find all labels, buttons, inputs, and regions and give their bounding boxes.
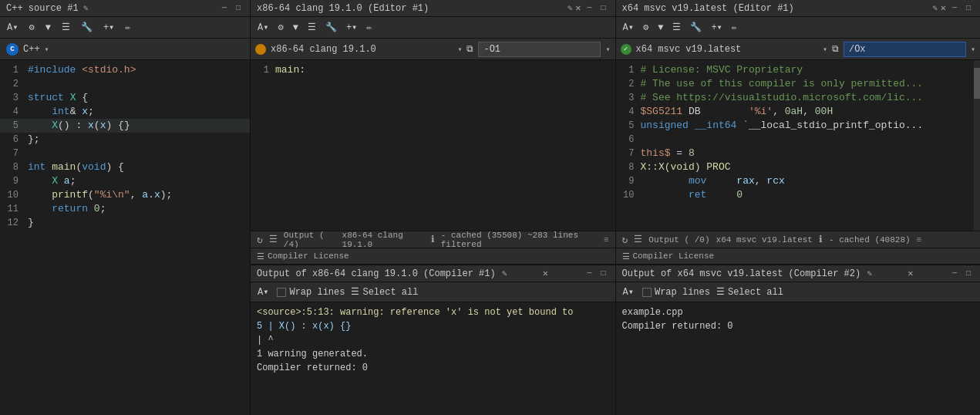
editor1-edit-btn2[interactable]: ✏ (364, 20, 374, 35)
editor2-new-window-icon[interactable]: ⧉ (832, 44, 839, 55)
editor2-scroll-thumb[interactable] (974, 68, 980, 99)
editor1-license-icon: ☰ (257, 251, 264, 261)
editor2-license-bar: ☰ Compiler License (616, 248, 981, 265)
editor1-close-icon[interactable]: ✕ (575, 2, 581, 14)
editor1-refresh-btn[interactable]: ↻ (257, 234, 263, 246)
asm2-line-3: 3 # See https://visualstudio.microsoft.c… (616, 91, 981, 105)
editor2-scrollbar[interactable] (974, 60, 980, 231)
output1-close-btn[interactable]: ✕ (543, 268, 548, 279)
editor1-compiler-selector[interactable]: x86-64 clang 19.1.0 ▾ ⧉ ▾ (251, 39, 615, 60)
editor1-info-icon: ℹ (431, 234, 435, 245)
lang-dropdown-icon[interactable]: ▾ (45, 45, 49, 54)
editor2-filter-btn[interactable]: ▼ (655, 21, 665, 35)
output1-minimize[interactable]: ─ (584, 268, 594, 279)
gear-btn[interactable]: ⚙ (26, 20, 36, 35)
editor2-cached-info: - cached (40828) (829, 235, 911, 245)
output1-font-btn[interactable]: A▾ (255, 285, 271, 299)
maximize-btn[interactable]: □ (233, 3, 244, 14)
source-toolbar: A▾ ⚙ ▼ ☰ 🔧 +▾ ✏ (0, 17, 250, 39)
editor2-tools-btn[interactable]: 🔧 (688, 20, 704, 35)
editor1-add-btn[interactable]: +▾ (344, 20, 359, 35)
code-line-7: 7 (0, 147, 250, 160)
editor1-maximize[interactable]: □ (598, 3, 609, 14)
code-line-12: 12 } (0, 216, 250, 230)
output1-line-4: 1 warning generated. (257, 347, 609, 361)
editor1-titlebar: x86-64 clang 19.1.0 (Editor #1) ✎ ✕ ─ □ (251, 0, 615, 17)
output2-wrap-checkbox[interactable]: Wrap lines (642, 287, 710, 298)
editor2-compiler-dropdown[interactable]: ▾ (823, 45, 827, 54)
edit-icon: ✎ (83, 3, 89, 13)
editor1-new-window-icon[interactable]: ⧉ (466, 44, 473, 55)
output1-maximize[interactable]: □ (598, 268, 608, 279)
output2-select-all-btn[interactable]: ☰ Select all (716, 286, 783, 298)
editor1-gear-btn[interactable]: ⚙ (275, 20, 285, 35)
editor2-refresh-btn[interactable]: ↻ (622, 234, 628, 246)
editor2-asm-area[interactable]: 1 # License: MSVC Proprietary 2 # The us… (616, 60, 981, 231)
asm2-line-10: 10 ret 0 (616, 188, 981, 202)
editor2-output-compiler: x64 msvc v19.latest (716, 235, 813, 245)
editor1-output-tab[interactable]: Output ( /4) (284, 231, 336, 249)
editor2-status-circle: ✓ (621, 44, 631, 55)
asm1-line-1: 1 main: (251, 63, 615, 77)
tools-btn[interactable]: 🔧 (79, 20, 95, 35)
editor1-font-btn[interactable]: A▾ (255, 20, 271, 35)
asm2-line-5: 5 unsigned __int64 `__local_stdio_printf… (616, 119, 981, 133)
source-code-area[interactable]: 1 #include <stdio.h> 2 3 struct X { 4 in… (0, 60, 250, 415)
output2-line-1: example.cpp (622, 305, 975, 319)
lang-badge: C (6, 43, 19, 56)
editor2-gear-btn[interactable]: ⚙ (641, 20, 651, 35)
editor1-toolbar: A▾ ⚙ ▼ ☰ 🔧 +▾ ✏ (251, 17, 615, 39)
output2-line-2: Compiler returned: 0 (622, 319, 975, 333)
output1-content: <source>:5:13: warning: reference 'x' is… (251, 302, 615, 415)
output1-wrap-checkbox-box (277, 288, 286, 297)
editor2-compiler-selector[interactable]: ✓ x64 msvc v19.latest ▾ ⧉ ▾ (616, 39, 981, 60)
output2-maximize[interactable]: □ (963, 268, 974, 279)
editor2-output-tab[interactable]: Output ( /0) (648, 235, 709, 245)
output1-titlebar: Output of x86-64 clang 19.1.0 (Compiler … (251, 265, 615, 282)
editor2-output-status: ↻ ☰ Output ( /0) x64 msvc v19.latest ℹ -… (616, 231, 981, 248)
editor2-output-icon: ☰ (634, 234, 642, 245)
editor2-license-text: Compiler License (633, 251, 715, 261)
editor2-options-input[interactable] (844, 42, 966, 57)
output1-line-5: Compiler returned: 0 (257, 361, 609, 375)
edit-btn[interactable]: ✏ (123, 20, 133, 35)
output2-font-btn[interactable]: A▾ (621, 285, 636, 299)
editor1-cached-info: - cached (35508) ~283 lines filtered (441, 231, 598, 249)
output1-select-all-btn[interactable]: ☰ Select all (351, 286, 418, 298)
output1-title: Output of x86-64 clang 19.1.0 (Compiler … (257, 268, 496, 279)
output1-wrap-label: Wrap lines (289, 287, 345, 298)
editor1-options-dropdown[interactable]: ▾ (605, 45, 610, 54)
editor2-scroll-icon2: ≡ (917, 235, 922, 245)
output2-select-icon: ☰ (716, 286, 725, 298)
editor1-menu-btn[interactable]: ☰ (305, 20, 318, 35)
asm2-line-7: 7 this$ = 8 (616, 147, 981, 160)
asm2-line-2: 2 # The use of this compiler is only per… (616, 77, 981, 91)
editor1-compiler-dropdown[interactable]: ▾ (457, 45, 462, 54)
editor2-font-btn[interactable]: A▾ (621, 20, 636, 35)
editor2-add-btn[interactable]: +▾ (709, 20, 724, 35)
editor2-close-icon[interactable]: ✕ (941, 2, 946, 14)
editor2-toolbar: A▾ ⚙ ▼ ☰ 🔧 +▾ ✏ (616, 17, 981, 39)
minimize-btn[interactable]: ─ (219, 3, 230, 14)
editor1-options-input[interactable] (478, 42, 601, 57)
editor2-options-dropdown[interactable]: ▾ (971, 45, 975, 54)
editor1-tools-btn[interactable]: 🔧 (323, 20, 339, 35)
output1-select-icon: ☰ (351, 286, 359, 298)
font-btn[interactable]: A▾ (5, 20, 20, 35)
editor2-maximize[interactable]: □ (963, 3, 974, 14)
editor1-filter-btn[interactable]: ▼ (291, 21, 301, 35)
editor2-minimize[interactable]: ─ (949, 3, 960, 14)
filter-btn[interactable]: ▼ (43, 21, 53, 35)
code-line-10: 10 printf("%i\n", a.x); (0, 188, 250, 202)
menu-btn[interactable]: ☰ (59, 20, 72, 35)
editor1-minimize[interactable]: ─ (584, 3, 595, 14)
editor1-output-icon: ☰ (269, 234, 278, 245)
lang-selector[interactable]: C C++ ▾ (0, 39, 250, 60)
output2-close-btn[interactable]: ✕ (908, 268, 913, 279)
editor2-edit-btn2[interactable]: ✏ (729, 20, 739, 35)
add-btn[interactable]: +▾ (101, 20, 116, 35)
output1-wrap-checkbox[interactable]: Wrap lines (277, 287, 345, 298)
editor2-menu-btn[interactable]: ☰ (670, 20, 683, 35)
output2-minimize[interactable]: ─ (949, 268, 960, 279)
editor1-asm-area[interactable]: 1 main: (251, 60, 615, 231)
